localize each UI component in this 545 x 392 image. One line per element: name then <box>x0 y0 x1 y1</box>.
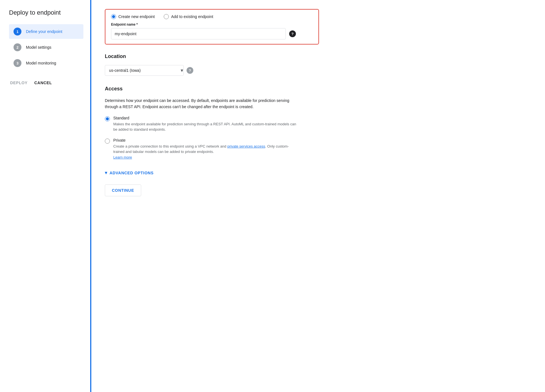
access-header: Access <box>105 86 330 92</box>
step-2-label: Model settings <box>26 45 51 50</box>
endpoint-name-row: ? <box>111 28 313 39</box>
endpoint-selector-box: Create new endpoint Add to existing endp… <box>105 9 319 44</box>
access-standard-content: Standard Makes the endpoint available fo… <box>113 116 299 132</box>
access-standard-title: Standard <box>113 116 299 120</box>
access-section: Access Determines how your endpoint can … <box>105 86 330 160</box>
advanced-options-toggle[interactable]: ▾ ADVANCED OPTIONS <box>105 170 531 175</box>
access-standard-option: Standard Makes the endpoint available fo… <box>105 116 330 132</box>
page-title: Deploy to endpoint <box>9 9 83 16</box>
endpoint-type-row: Create new endpoint Add to existing endp… <box>111 14 313 19</box>
add-existing-radio[interactable] <box>164 14 169 19</box>
access-private-desc: Create a private connection to this endp… <box>113 144 299 160</box>
learn-more-link[interactable]: Learn more <box>113 155 132 159</box>
chevron-down-icon: ▾ <box>105 170 107 175</box>
access-private-option: Private Create a private connection to t… <box>105 138 330 160</box>
sidebar-actions: DEPLOY CANCEL <box>9 81 83 85</box>
endpoint-name-field: Endpoint name * ? <box>111 23 313 39</box>
continue-button[interactable]: CONTINUE <box>105 184 141 196</box>
location-header: Location <box>105 54 330 59</box>
cancel-button[interactable]: CANCEL <box>34 81 52 85</box>
region-dropdown-wrapper: us-central1 (Iowa) us-east1 (South Carol… <box>105 65 193 76</box>
step-3-item[interactable]: 3 Model monitoring <box>9 56 83 70</box>
access-private-radio[interactable] <box>105 139 110 144</box>
step-2-circle: 2 <box>14 43 21 51</box>
region-help-icon[interactable]: ? <box>187 67 193 74</box>
deploy-button[interactable]: DEPLOY <box>10 81 28 85</box>
step-3-circle: 3 <box>14 59 21 67</box>
step-3-label: Model monitoring <box>26 61 56 65</box>
access-standard-desc: Makes the endpoint available for predict… <box>113 121 299 132</box>
main-content: Create new endpoint Add to existing endp… <box>91 0 545 392</box>
add-existing-label: Add to existing endpoint <box>171 14 213 19</box>
create-new-option[interactable]: Create new endpoint <box>111 14 155 19</box>
step-2-item[interactable]: 2 Model settings <box>9 40 83 55</box>
sidebar: Deploy to endpoint 1 Define your endpoin… <box>0 0 90 392</box>
endpoint-name-input[interactable] <box>111 28 286 39</box>
access-standard-radio[interactable] <box>105 116 110 121</box>
private-services-link[interactable]: private services access <box>227 144 265 148</box>
region-select[interactable]: us-central1 (Iowa) us-east1 (South Carol… <box>105 65 184 76</box>
access-private-title: Private <box>113 138 299 142</box>
step-1-item[interactable]: 1 Define your endpoint <box>9 24 83 39</box>
endpoint-name-label: Endpoint name * <box>111 23 313 26</box>
access-private-content: Private Create a private connection to t… <box>113 138 299 160</box>
create-new-radio[interactable] <box>111 14 116 19</box>
step-1-label: Define your endpoint <box>26 29 62 34</box>
location-section: Location us-central1 (Iowa) us-east1 (So… <box>105 54 330 76</box>
add-existing-option[interactable]: Add to existing endpoint <box>164 14 213 19</box>
endpoint-name-help-icon[interactable]: ? <box>289 30 296 37</box>
step-1-circle: 1 <box>14 28 21 35</box>
create-new-label: Create new endpoint <box>118 14 155 19</box>
access-description: Determines how your endpoint can be acce… <box>105 97 302 110</box>
advanced-options-label: ADVANCED OPTIONS <box>110 171 154 175</box>
